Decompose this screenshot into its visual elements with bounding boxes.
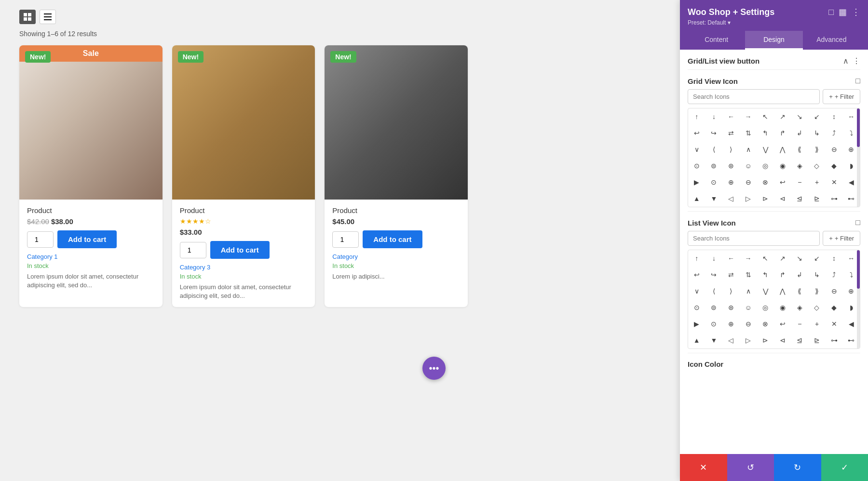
icon-cell[interactable]: ◎: [757, 158, 774, 174]
icon-cell[interactable]: ⇄: [722, 267, 740, 283]
preset-label[interactable]: Preset: Default ▾: [688, 19, 860, 26]
icon-cell[interactable]: ⤴: [826, 125, 843, 141]
icon-cell[interactable]: ←: [722, 108, 740, 125]
icon-cell[interactable]: ◁: [722, 332, 740, 348]
icon-cell[interactable]: ⟨: [705, 141, 723, 158]
icon-cell[interactable]: ⊗: [757, 174, 774, 190]
icon-cell[interactable]: −: [791, 174, 809, 190]
icon-cell[interactable]: ▷: [740, 332, 757, 348]
icon-cell[interactable]: ↩: [688, 125, 705, 141]
category-link[interactable]: Category: [332, 253, 460, 260]
icon-cell[interactable]: ↕: [826, 250, 843, 267]
icon-cell[interactable]: +: [808, 316, 826, 332]
icon-cell[interactable]: ◉: [774, 299, 791, 316]
tab-design[interactable]: Design: [745, 31, 802, 50]
list-view-button[interactable]: [40, 10, 56, 24]
icon-cell[interactable]: ◁: [722, 190, 740, 207]
category-link[interactable]: Category 3: [180, 264, 308, 271]
icon-cell[interactable]: ⊲: [774, 332, 791, 348]
icon-cell[interactable]: ↩: [774, 316, 791, 332]
icon-cell[interactable]: ⊴: [791, 332, 809, 348]
icon-cell[interactable]: ⊗: [757, 316, 774, 332]
icon-cell[interactable]: ↳: [808, 125, 826, 141]
icon-cell[interactable]: ↕: [826, 108, 843, 125]
icon-cell[interactable]: ⊙: [688, 299, 705, 316]
icon-cell[interactable]: ⋁: [757, 283, 774, 299]
responsive-icon[interactable]: □: [828, 7, 834, 17]
icon-cell[interactable]: ⊳: [757, 332, 774, 348]
icon-cell[interactable]: ⟫: [808, 283, 826, 299]
icon-cell[interactable]: ⟩: [722, 141, 740, 158]
icon-cell[interactable]: ↳: [808, 267, 826, 283]
tab-advanced[interactable]: Advanced: [803, 31, 860, 50]
icon-cell[interactable]: ⊵: [808, 190, 826, 207]
icon-cell[interactable]: ↩: [774, 174, 791, 190]
grid-filter-button[interactable]: + + Filter: [823, 89, 860, 104]
icon-cell[interactable]: ⊕: [722, 316, 740, 332]
icon-cell[interactable]: +: [808, 174, 826, 190]
icon-cell[interactable]: ◇: [808, 158, 826, 174]
grid-view-button[interactable]: [19, 10, 36, 24]
tab-content[interactable]: Content: [688, 31, 745, 50]
icon-cell[interactable]: ⊴: [791, 190, 809, 207]
add-to-cart-button[interactable]: Add to cart: [210, 241, 270, 259]
more-icon[interactable]: ⋮: [853, 56, 860, 66]
icon-cell[interactable]: ↓: [705, 250, 723, 267]
icon-cell[interactable]: →: [740, 108, 757, 125]
icon-cell[interactable]: ⊛: [722, 158, 740, 174]
icon-cell[interactable]: ↙: [808, 250, 826, 267]
icon-cell[interactable]: ⋀: [774, 283, 791, 299]
icon-cell[interactable]: ⟨: [705, 283, 723, 299]
icon-cell[interactable]: ⊙: [688, 158, 705, 174]
icon-cell[interactable]: ↖: [757, 250, 774, 267]
icon-cell[interactable]: ⊚: [705, 158, 723, 174]
icon-cell[interactable]: ⊵: [808, 332, 826, 348]
icon-cell[interactable]: ↘: [791, 250, 809, 267]
reset-button[interactable]: ↺: [727, 454, 774, 481]
icon-cell[interactable]: ▲: [688, 190, 705, 207]
icon-cell[interactable]: ←: [722, 250, 740, 267]
icon-cell[interactable]: ∨: [688, 141, 705, 158]
icon-cell[interactable]: ∧: [740, 283, 757, 299]
icon-cell[interactable]: ▶: [688, 174, 705, 190]
icon-cell[interactable]: ⇅: [740, 267, 757, 283]
icon-cell[interactable]: ↙: [808, 108, 826, 125]
icon-cell[interactable]: ⇅: [740, 125, 757, 141]
icon-cell[interactable]: ⊚: [705, 299, 723, 316]
icon-cell[interactable]: ↑: [688, 250, 705, 267]
icon-cell[interactable]: ▷: [740, 190, 757, 207]
icon-cell[interactable]: ▶: [688, 316, 705, 332]
icon-cell[interactable]: ↑: [688, 108, 705, 125]
icon-cell[interactable]: ∨: [688, 283, 705, 299]
save-button[interactable]: ✓: [821, 454, 868, 481]
icon-cell[interactable]: ⊖: [826, 283, 843, 299]
icon-cell[interactable]: ✕: [826, 174, 843, 190]
icon-cell[interactable]: ⊳: [757, 190, 774, 207]
add-to-cart-button[interactable]: Add to cart: [57, 230, 117, 248]
icon-cell[interactable]: ↪: [705, 267, 723, 283]
icon-cell[interactable]: ⊶: [826, 332, 843, 348]
redo-button[interactable]: ↻: [774, 454, 821, 481]
icon-cell[interactable]: ↱: [774, 267, 791, 283]
add-to-cart-button[interactable]: Add to cart: [363, 230, 422, 248]
icon-cell[interactable]: ↩: [688, 267, 705, 283]
icon-cell[interactable]: −: [791, 316, 809, 332]
icon-cell[interactable]: ◆: [826, 299, 843, 316]
floating-action-button[interactable]: •••: [422, 357, 446, 380]
icon-cell[interactable]: ◉: [774, 158, 791, 174]
icon-cell[interactable]: ⊖: [740, 316, 757, 332]
category-link[interactable]: Category 1: [27, 253, 155, 260]
layout-icon[interactable]: ▦: [839, 7, 847, 17]
icon-cell[interactable]: ⊖: [826, 141, 843, 158]
icon-cell[interactable]: ⊶: [826, 190, 843, 207]
icon-cell[interactable]: ◎: [757, 299, 774, 316]
icon-cell[interactable]: ▲: [688, 332, 705, 348]
icon-cell[interactable]: ⊲: [774, 190, 791, 207]
icon-cell[interactable]: ↱: [774, 125, 791, 141]
icon-cell[interactable]: ▼: [705, 332, 723, 348]
icon-cell[interactable]: ☺: [740, 299, 757, 316]
icon-cell[interactable]: ↰: [757, 267, 774, 283]
grid-search-input[interactable]: [688, 89, 820, 104]
icon-cell[interactable]: ⋁: [757, 141, 774, 158]
icon-cell[interactable]: ⟪: [791, 283, 809, 299]
